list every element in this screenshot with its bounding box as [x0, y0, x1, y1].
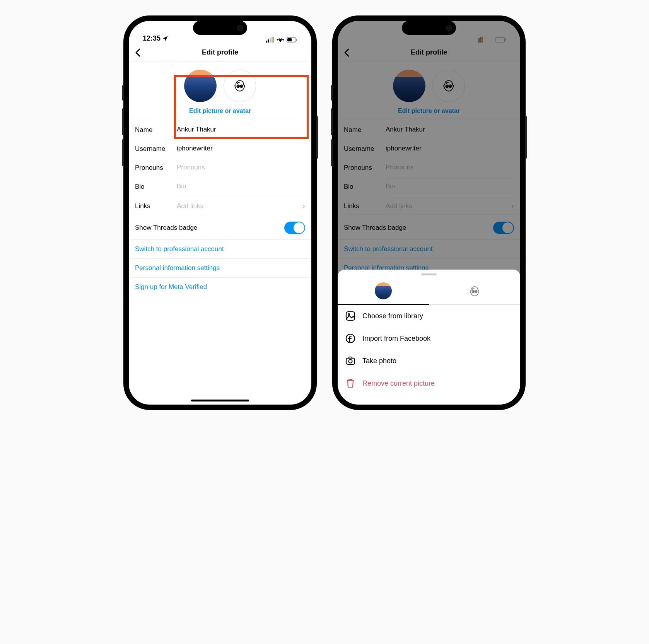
trash-icon — [345, 378, 355, 388]
edit-picture-link[interactable]: Edit picture or avatar — [189, 108, 251, 114]
links-placeholder: Add links — [177, 202, 302, 210]
home-indicator[interactable] — [191, 400, 249, 401]
svg-rect-3 — [272, 37, 273, 43]
pronouns-label: Pronouns — [135, 164, 177, 172]
cellular-icon — [266, 37, 274, 43]
username-label: Username — [135, 145, 177, 153]
sheet-tab-photo[interactable] — [338, 279, 429, 305]
svg-rect-7 — [296, 39, 297, 41]
svg-rect-0 — [266, 41, 267, 43]
svg-point-10 — [237, 86, 239, 87]
camera-icon — [345, 356, 355, 366]
chevron-right-icon: › — [302, 202, 305, 210]
name-row[interactable]: Name Ankur Thakur — [129, 120, 311, 139]
choose-library-label: Choose from library — [362, 312, 423, 320]
dynamic-island — [193, 21, 247, 35]
profile-picture[interactable] — [184, 70, 217, 102]
svg-point-27 — [476, 291, 477, 292]
sheet-tab-avatar[interactable] — [429, 279, 520, 304]
pronouns-row[interactable]: Pronouns Pronouns — [129, 158, 311, 177]
svg-rect-6 — [287, 38, 292, 41]
bio-row[interactable]: Bio Bio — [129, 177, 311, 196]
threads-badge-row: Show Threads badge — [129, 216, 311, 240]
nav-bar: Edit profile — [129, 43, 311, 62]
facebook-icon — [345, 333, 355, 343]
avatar-section: Edit picture or avatar — [129, 62, 311, 120]
bio-placeholder: Bio — [177, 183, 186, 190]
links-row[interactable]: Links Add links › — [129, 196, 311, 216]
username-row[interactable]: Username iphonewriter — [129, 139, 311, 158]
page-title: Edit profile — [202, 48, 238, 56]
bio-label: Bio — [135, 183, 177, 191]
import-facebook-label: Import from Facebook — [362, 335, 430, 343]
location-icon — [162, 36, 168, 42]
remove-picture-label: Remove current picture — [362, 379, 435, 388]
threads-badge-label: Show Threads badge — [135, 224, 197, 232]
svg-point-11 — [241, 86, 242, 87]
choose-library-row[interactable]: Choose from library — [338, 305, 520, 327]
take-photo-label: Take photo — [362, 357, 396, 365]
meta-verified-link[interactable]: Sign up for Meta Verified — [129, 278, 311, 296]
svg-point-29 — [348, 314, 350, 315]
svg-point-32 — [349, 360, 352, 363]
remove-picture-row[interactable]: Remove current picture — [338, 372, 520, 395]
username-value: iphonewriter — [177, 145, 213, 152]
photo-library-icon — [345, 311, 355, 321]
name-value: Ankur Thakur — [177, 126, 216, 133]
wifi-icon — [277, 37, 284, 43]
svg-rect-4 — [273, 37, 274, 43]
threads-badge-toggle[interactable] — [284, 222, 305, 234]
phone-frame-right: 12:35 — [332, 15, 526, 410]
dynamic-island — [402, 21, 456, 35]
pronouns-placeholder: Pronouns — [177, 164, 205, 171]
status-time: 12:35 — [143, 34, 161, 43]
import-facebook-row[interactable]: Import from Facebook — [338, 327, 520, 350]
personal-info-link[interactable]: Personal information settings — [129, 259, 311, 278]
back-button[interactable] — [135, 48, 141, 57]
links-label: Links — [135, 202, 177, 210]
photo-options-sheet: Choose from library Import from Facebook… — [338, 270, 520, 405]
battery-icon — [287, 37, 297, 43]
name-label: Name — [135, 126, 177, 134]
svg-rect-1 — [268, 39, 269, 43]
avatar-option[interactable] — [224, 70, 256, 102]
phone-frame-left: 12:35 — [123, 15, 317, 410]
sheet-handle[interactable] — [421, 273, 437, 275]
take-photo-row[interactable]: Take photo — [338, 350, 520, 372]
svg-point-26 — [473, 291, 473, 292]
svg-rect-2 — [270, 38, 271, 43]
switch-professional-link[interactable]: Switch to professional account — [129, 240, 311, 259]
svg-rect-28 — [346, 312, 355, 320]
profile-picture-thumb — [375, 282, 392, 299]
